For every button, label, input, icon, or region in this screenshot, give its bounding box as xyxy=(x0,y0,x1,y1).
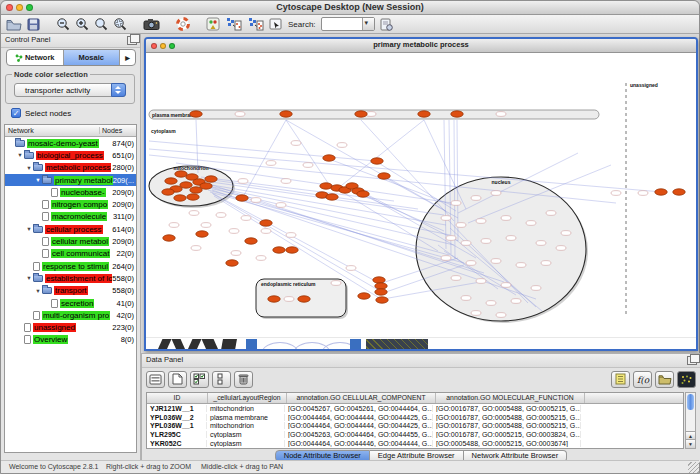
tree-row-nucleobase[interactable]: nucleobase-209(0) xyxy=(5,186,136,198)
tree-row-overview[interactable]: Overview8(0) xyxy=(5,334,136,346)
network-node[interactable] xyxy=(266,161,276,166)
network-node[interactable] xyxy=(331,281,341,286)
network-node[interactable] xyxy=(456,223,466,228)
column-header-cellularlayoutregion[interactable]: _cellularLayoutRegion xyxy=(208,393,287,403)
tree-row-response-to-stimul[interactable]: response to stimul264(0) xyxy=(5,260,136,272)
tree-row-cell-communicat[interactable]: cell communicat22(0) xyxy=(5,248,136,260)
network-node[interactable] xyxy=(238,179,248,184)
network-node[interactable] xyxy=(556,246,566,251)
network-node[interactable] xyxy=(446,236,456,241)
select-nodes-checkbox[interactable]: ✓ xyxy=(11,108,21,118)
tree-row-multi-organism-pro[interactable]: multi-organism pro42(0) xyxy=(5,309,136,321)
table-scrollbar[interactable]: ▲ ▼ xyxy=(685,392,696,449)
network-node-selected[interactable] xyxy=(205,176,217,182)
network-node[interactable] xyxy=(511,299,521,304)
network-node[interactable] xyxy=(261,229,271,234)
network-node[interactable] xyxy=(561,231,571,236)
network-node-selected[interactable] xyxy=(236,195,248,201)
tree-col-network[interactable]: Network xyxy=(5,127,100,134)
session-settings-icon[interactable] xyxy=(380,17,393,32)
matrix-view-icon[interactable] xyxy=(677,371,696,388)
network-node[interactable] xyxy=(284,297,294,302)
select-attributes-icon[interactable] xyxy=(146,371,165,388)
network-node-selected[interactable] xyxy=(451,111,463,117)
table-row-ydr039c-1[interactable]: YDR039C__1mitochondrion[GO:0044464, GO:0… xyxy=(147,447,683,449)
column-header-annotation-go-cellular-component[interactable]: annotation.GO CELLULAR_COMPONENT xyxy=(287,393,436,403)
create-attribute-icon[interactable] xyxy=(168,371,187,388)
node-color-dropdown[interactable]: transporter activity xyxy=(14,83,126,97)
help-icon[interactable] xyxy=(176,17,190,32)
network-node-selected[interactable] xyxy=(358,293,370,299)
network-node-selected[interactable] xyxy=(357,191,369,197)
zoom-fit-icon[interactable] xyxy=(94,17,108,32)
network-node-selected[interactable] xyxy=(355,111,367,117)
table-row-yjr121w-1[interactable]: YJR121W__1mitochondrion[GO:0045267, GO:0… xyxy=(147,404,683,413)
network-node-selected[interactable] xyxy=(190,111,202,117)
network-node[interactable] xyxy=(251,198,261,203)
network-node[interactable] xyxy=(286,233,296,238)
expander-icon[interactable]: ▼ xyxy=(16,152,24,158)
column-header-annotation-go-molecular-function[interactable]: annotation.GO MOLECULAR_FUNCTION xyxy=(436,393,585,403)
network-node-selected[interactable] xyxy=(298,296,310,302)
network-node[interactable] xyxy=(486,301,496,306)
network-node-selected[interactable] xyxy=(165,178,177,184)
network-node[interactable] xyxy=(541,261,551,266)
network-node-selected[interactable] xyxy=(373,277,385,283)
network-node[interactable] xyxy=(229,229,239,234)
network-node-selected[interactable] xyxy=(245,238,257,244)
search-input[interactable] xyxy=(321,17,375,31)
table-row-ylr295c[interactable]: YLR295Ccytoplasm[GO:0045263, GO:0044464,… xyxy=(147,430,683,439)
network-node-selected[interactable] xyxy=(187,194,199,200)
network-node[interactable] xyxy=(241,216,251,221)
vizmapper-icon[interactable] xyxy=(206,17,220,32)
layout-red-icon[interactable] xyxy=(247,17,264,32)
import-attributes-icon[interactable] xyxy=(655,371,674,388)
tree-row-cellular-metabol[interactable]: cellular metabol209(0) xyxy=(5,235,136,247)
network-node[interactable] xyxy=(471,196,481,201)
table-row-ypl036w-2[interactable]: YPL036W__2plasma membrane[GO:0044464, GO… xyxy=(147,413,683,422)
network-node-selected[interactable] xyxy=(375,283,387,289)
network-node[interactable] xyxy=(536,241,546,246)
expander-icon[interactable]: ▼ xyxy=(34,177,42,183)
network-node-selected[interactable] xyxy=(320,183,332,189)
network-node-selected[interactable] xyxy=(162,189,174,195)
tab-mosaic[interactable]: Mosaic xyxy=(64,50,121,65)
network-node[interactable] xyxy=(281,179,291,184)
network-node[interactable] xyxy=(169,223,179,228)
network-node[interactable] xyxy=(491,259,501,264)
network-node[interactable] xyxy=(496,112,506,117)
network-node[interactable] xyxy=(476,219,486,224)
save-session-icon[interactable] xyxy=(27,17,40,32)
tab-overflow-arrow-icon[interactable]: ▶ xyxy=(120,50,135,65)
network-node-selected[interactable] xyxy=(376,297,388,303)
tree-row-secretion[interactable]: secretion41(0) xyxy=(5,297,136,309)
network-node[interactable] xyxy=(303,163,313,168)
network-node[interactable] xyxy=(235,112,245,117)
network-node-selected[interactable] xyxy=(180,182,192,188)
tree-row-nitrogen-compo[interactable]: nitrogen compo209(0) xyxy=(5,198,136,210)
network-node[interactable] xyxy=(526,221,536,226)
network-node-selected[interactable] xyxy=(260,220,272,226)
network-node[interactable] xyxy=(276,203,286,208)
network-node-selected[interactable] xyxy=(418,111,430,117)
expander-icon[interactable]: ▼ xyxy=(25,275,33,281)
network-node-selected[interactable] xyxy=(175,171,187,177)
tree-row-primary-metabol[interactable]: ▼primary metabol209(... xyxy=(5,174,136,186)
select-all-attributes-icon[interactable] xyxy=(190,371,209,388)
tree-row-establishment-of-lo[interactable]: ▼establishment of lo558(0) xyxy=(5,272,136,284)
network-node[interactable] xyxy=(611,191,621,196)
delete-attribute-icon[interactable] xyxy=(234,371,253,388)
network-node-selected[interactable] xyxy=(174,195,186,201)
network-node[interactable] xyxy=(451,276,461,281)
network-node-selected[interactable] xyxy=(371,158,383,164)
zoom-selected-region-icon[interactable] xyxy=(113,17,127,32)
tree-row-cellular-process[interactable]: ▼cellular process614(0) xyxy=(5,223,136,235)
tree-row-mosaic-demo-yeast[interactable]: mosaic-demo-yeast874(0) xyxy=(5,137,136,149)
network-node-selected[interactable] xyxy=(200,183,212,189)
float-panel-icon[interactable] xyxy=(687,356,697,365)
network-node[interactable] xyxy=(231,251,241,256)
edit-annotation-icon[interactable] xyxy=(269,17,283,32)
network-node[interactable] xyxy=(531,286,541,291)
network-node-selected[interactable] xyxy=(273,247,285,253)
network-node-selected[interactable] xyxy=(268,296,280,302)
